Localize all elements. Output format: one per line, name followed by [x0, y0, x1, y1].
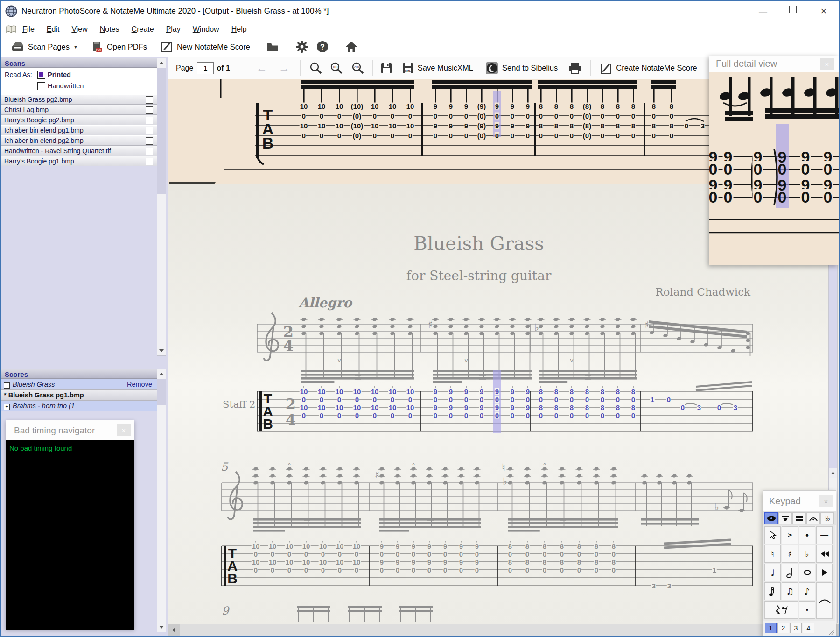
scan-file-row[interactable]: Harry's Boogie pg1.bmp [1, 156, 157, 166]
save-icon[interactable] [380, 62, 392, 74]
scroll-down-icon[interactable] [157, 623, 166, 632]
horizontal-scrollbar[interactable] [168, 624, 839, 636]
keypad-accent-icon[interactable]: > [782, 526, 798, 544]
tab-number: 8 [600, 388, 605, 395]
home-button[interactable] [345, 41, 357, 53]
keypad-voice-4[interactable]: 4 [803, 623, 814, 633]
create-notateme-score-button[interactable]: Create NotateMe Score [600, 62, 697, 74]
page-number-input[interactable] [197, 62, 214, 74]
menu-notes[interactable]: Notes [100, 25, 119, 33]
settings-button[interactable] [295, 40, 308, 53]
tab-number: 8 [594, 559, 599, 566]
scan-file-row[interactable]: Blueish Grass pg2.bmp [1, 94, 157, 105]
keypad-voice-1[interactable]: 1 [765, 623, 777, 633]
zoom-200-icon[interactable]: 200 [351, 61, 365, 75]
keypad-play-icon[interactable] [816, 564, 833, 581]
file-checkbox[interactable] [146, 137, 153, 145]
keypad-rests-icon[interactable] [764, 601, 798, 619]
keypad-voice-2[interactable]: 2 [777, 623, 789, 633]
menu-help[interactable]: Help [231, 25, 247, 33]
scans-scrollbar[interactable] [157, 58, 166, 356]
close-icon[interactable]: × [819, 495, 833, 507]
close-icon[interactable]: × [117, 424, 131, 436]
next-page-icon[interactable]: → [279, 62, 290, 75]
minimize-button[interactable]: — [756, 6, 770, 17]
keypad-tab-fermata-icon[interactable] [806, 512, 820, 524]
send-to-sibelius-button[interactable]: Send to Sibelius [485, 62, 558, 75]
scroll-up-icon[interactable] [157, 58, 166, 68]
file-checkbox[interactable] [146, 106, 153, 114]
open-pdfs-button[interactable]: PDF Open PDFs [91, 41, 147, 53]
score-row[interactable]: −Blueish GrassRemove [1, 379, 157, 390]
menu-create[interactable]: Create [132, 25, 154, 33]
keypad-eighth-note-icon[interactable]: ♪ [799, 582, 815, 600]
handwritten-checkbox[interactable] [37, 82, 45, 90]
new-notateme-score-button[interactable]: New NotateMe Score [161, 41, 250, 53]
help-button[interactable]: ? [316, 40, 329, 53]
print-icon[interactable] [568, 62, 582, 74]
keypad-cursor-icon[interactable] [764, 526, 781, 544]
scores-scrollbar[interactable] [157, 369, 166, 632]
keypad-sixteenth-note-icon[interactable] [764, 582, 781, 600]
printed-checkbox[interactable] [37, 71, 45, 79]
scans-scrollbar-thumb[interactable] [157, 68, 166, 194]
scan-tab-number: (9) [477, 103, 486, 110]
scan-file-row[interactable]: Harry's Boogie pg2.bmp [1, 115, 157, 125]
scroll-up-icon[interactable] [157, 369, 166, 379]
open-folder-button[interactable] [266, 42, 279, 52]
scroll-down-icon[interactable] [157, 346, 166, 355]
file-checkbox[interactable] [146, 96, 153, 104]
keypad-rewind-icon[interactable] [816, 545, 833, 563]
scan-tab-number: 8 [569, 103, 574, 110]
close-icon[interactable]: × [820, 58, 834, 70]
keypad-flat-icon[interactable]: ♭ [799, 545, 815, 563]
file-checkbox[interactable] [146, 127, 153, 134]
keypad-quarter-note-icon[interactable]: ♩ [764, 564, 781, 581]
horizontal-scrollbar-thumb[interactable] [180, 624, 827, 636]
scan-file-row[interactable]: Ich aber bin elend pg2.bmp [1, 135, 157, 146]
resize-grip-icon[interactable] [828, 629, 834, 635]
keypad-tie-icon[interactable] [816, 582, 833, 619]
keypad-staccato-icon[interactable]: • [799, 526, 815, 544]
file-checkbox[interactable] [146, 117, 153, 124]
zoom-100-icon[interactable]: 100 [329, 61, 343, 75]
expand-icon[interactable]: + [4, 404, 10, 410]
score-row[interactable]: +Brahms - horn trio (1 [1, 401, 157, 411]
collapse-icon[interactable]: − [4, 382, 10, 389]
remove-score-link[interactable]: Remove [127, 379, 152, 389]
score-row[interactable]: * Blueish Grass pg1.bmp [1, 390, 157, 401]
save-musicxml-button[interactable]: XML Save MusicXML [402, 62, 473, 74]
keypad-eighth-note-pair-icon[interactable]: ♫ [782, 582, 798, 600]
scan-file-row[interactable]: Handwritten - Ravel String Quartet.tif [1, 146, 157, 156]
menu-edit[interactable]: Edit [47, 25, 60, 33]
keypad-voice-3[interactable]: 3 [790, 623, 802, 633]
keypad-tab-note-value-icon[interactable] [778, 512, 792, 524]
scan-pages-button[interactable]: Scan Pages ▼ [11, 41, 78, 52]
tab-number: 0 [408, 396, 413, 403]
maximize-button[interactable] [786, 6, 800, 17]
keypad-tenuto-icon[interactable]: — [816, 526, 833, 544]
keypad-natural-icon[interactable]: ♮ [764, 545, 781, 563]
scroll-left-icon[interactable] [169, 625, 178, 635]
tab-number: 9 [525, 388, 530, 395]
menu-window[interactable]: Window [193, 25, 219, 33]
file-checkbox[interactable] [146, 148, 153, 155]
keypad-dot-icon[interactable]: • [799, 601, 815, 619]
menu-play[interactable]: Play [166, 25, 181, 33]
menu-file[interactable]: File [22, 25, 35, 33]
file-checkbox[interactable] [146, 158, 153, 165]
scan-file-row[interactable]: Ich aber bin elend pg1.bmp [1, 125, 157, 135]
scan-file-row[interactable]: Christ Lag.bmp [1, 105, 157, 115]
keypad-tab-beams-icon[interactable] [792, 512, 806, 524]
scroll-up-icon[interactable] [829, 468, 837, 478]
keypad-tab-eye-icon[interactable] [764, 512, 778, 524]
keypad-half-note-icon[interactable] [782, 564, 798, 581]
close-button[interactable]: × [817, 6, 831, 17]
keypad-whole-note-icon[interactable] [799, 564, 815, 581]
keypad-sharp-icon[interactable]: ♯ [782, 545, 798, 563]
previous-page-icon[interactable]: ← [256, 62, 267, 75]
menu-view[interactable]: View [71, 25, 87, 33]
zoom-icon[interactable] [309, 61, 323, 75]
keypad-tab-double-flat-icon[interactable]: ♭♭ [820, 512, 834, 524]
scores-scrollbar-thumb[interactable] [157, 379, 166, 405]
